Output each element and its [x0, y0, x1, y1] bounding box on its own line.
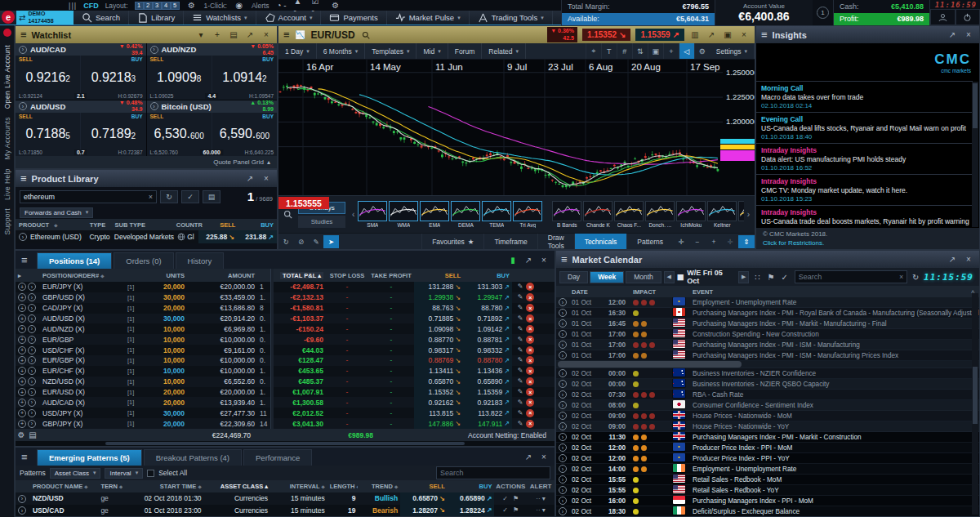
chevron-right-icon[interactable]: › — [559, 422, 567, 430]
chevron-right-icon[interactable]: › — [28, 325, 36, 333]
chevron-right-icon[interactable]: › — [559, 497, 567, 505]
flag-filter-icon[interactable]: ⚑ — [765, 271, 777, 283]
chevron-right-icon[interactable]: › — [559, 369, 567, 377]
layout-button-4[interactable]: 4 — [162, 2, 171, 10]
chevron-right-icon[interactable]: › — [150, 102, 158, 110]
cfd-mode-label[interactable]: CFD — [83, 2, 99, 10]
menu-item-payments[interactable]: Payments — [321, 11, 386, 25]
layout-button-2[interactable]: 2 — [144, 2, 153, 10]
layout-button-3[interactable]: 3 — [153, 2, 162, 10]
insight-item[interactable]: Morning CallMacro data takes over from t… — [756, 81, 973, 112]
horizontal-scrollbar[interactable] — [16, 441, 555, 446]
edit-icon[interactable]: ✎ — [518, 409, 523, 417]
buy-button[interactable]: 1.13436↗ — [463, 366, 512, 377]
patterns-label[interactable]: Patterns — [20, 469, 46, 477]
grid-icon[interactable]: # — [617, 43, 632, 59]
add-order-icon[interactable]: + — [18, 367, 26, 375]
sell-button[interactable]: 88.763↘ — [414, 303, 463, 314]
col-position[interactable]: POSITION/ORDER# ⬥ — [40, 272, 125, 279]
close-icon[interactable]: × — [261, 173, 272, 185]
close-icon[interactable]: × — [538, 254, 550, 265]
chevron-right-icon[interactable]: › — [559, 330, 567, 338]
buy-button[interactable]: BUY1.09142H:1.09547 — [212, 56, 277, 100]
chevron-right-icon[interactable]: › — [559, 507, 567, 515]
position-row-aud-cad-x-[interactable]: +›AUD/CAD (X)[1]20,000€13,939.401.€1,300… — [16, 397, 555, 408]
buy-button[interactable]: 0.65890↗ — [463, 377, 512, 387]
refresh-icon[interactable]: ↻ — [910, 271, 921, 283]
position-row-cad-jpy-x-[interactable]: +›CAD/JPY (X)[1]20,000€13,686.808-€1,580… — [16, 303, 555, 314]
indicator-lin[interactable]: Lin — [738, 201, 743, 228]
library-col-countr[interactable]: COUNTR — [173, 221, 201, 229]
calendar-event-row[interactable]: ›02 Oct11:30Purchasing Managers Index - … — [556, 432, 979, 443]
gear-icon[interactable]: ⚙ — [694, 43, 710, 59]
indicator-b-bands[interactable]: B Bands — [552, 201, 581, 228]
clear-search-icon[interactable]: × — [149, 193, 153, 201]
panel-menu-icon[interactable]: ≡ — [283, 29, 290, 41]
chart-toolbar-forum[interactable]: Forum — [448, 43, 483, 59]
annotate-icon[interactable]: + — [663, 43, 679, 59]
buy-button[interactable]: 0.88780↗ — [463, 355, 512, 366]
buy-button[interactable]: 0.98332↗ — [463, 345, 512, 355]
gear-icon[interactable]: ⚙ — [16, 430, 27, 441]
add-order-icon[interactable]: + — [18, 420, 26, 428]
asset-class-dropdown[interactable]: Asset Class▾ — [50, 468, 101, 479]
chevron-right-icon[interactable]: › — [559, 380, 567, 388]
buy-button[interactable]: 1.28224↗ — [448, 505, 495, 517]
edit-icon[interactable]: ✎ — [518, 356, 523, 364]
close-icon[interactable]: × — [738, 29, 750, 41]
col-buy[interactable]: BUY — [463, 269, 512, 282]
library-search-input[interactable]: ethereum × — [20, 190, 157, 203]
tab-performance[interactable]: Performance — [243, 449, 312, 466]
layers-icon[interactable]: ▣ — [648, 43, 663, 59]
buy-button[interactable]: 147.911↗ — [463, 418, 512, 429]
add-order-icon[interactable]: + — [18, 336, 26, 344]
stop-loss[interactable]: - — [326, 314, 368, 323]
chart-sell-price[interactable]: 1.15352↘ — [582, 29, 631, 41]
chevron-right-icon[interactable]: › — [559, 341, 567, 349]
calendar-event-row[interactable]: ›01 Oct17:00Purchasing Managers Index - … — [556, 340, 979, 350]
calendar-event-row[interactable]: ›01 Oct17:00Construction Spending - New … — [556, 329, 979, 340]
chevron-right-icon[interactable]: › — [28, 336, 36, 344]
chevron-right-icon[interactable]: › — [28, 314, 36, 323]
indicator-sma[interactable]: SMA — [358, 201, 387, 228]
add-order-icon[interactable]: + — [18, 283, 26, 291]
add-order-icon[interactable]: + — [18, 388, 26, 396]
calendar-search-input[interactable]: Search × — [795, 270, 907, 283]
sell-button[interactable]: 1.13411↘ — [414, 366, 463, 377]
patterns-search-input[interactable]: Search — [436, 466, 550, 479]
col-interval[interactable]: INTERVAL ⬥ — [270, 483, 327, 490]
calendar-event-row[interactable]: ›02 Oct15:55Retail Sales - Redbook - YoY — [556, 485, 979, 496]
chart-toolbar-6-months[interactable]: 6 Months ▾ — [317, 43, 365, 59]
scroll-left-icon[interactable]: ‹ — [350, 210, 356, 219]
tab-orders-0-[interactable]: Orders (0) — [114, 252, 173, 269]
col-buy[interactable]: BUY — [448, 480, 495, 492]
chevron-right-icon[interactable]: › — [28, 356, 36, 364]
chevron-right-icon[interactable]: › — [559, 351, 567, 359]
tab-emerging-patterns-5-[interactable]: Emerging Patterns (5) — [37, 449, 142, 466]
close-position-icon[interactable]: × — [526, 356, 534, 364]
zoom-out-icon[interactable]: − — [689, 235, 706, 248]
sell-button[interactable]: 113.815↘ — [414, 408, 463, 418]
sell-button[interactable]: 0.98317↘ — [414, 345, 463, 355]
close-icon[interactable]: × — [538, 451, 550, 462]
col-length[interactable]: LENGTH ⬥ — [327, 483, 359, 490]
col-start-time[interactable]: START TIME ⬥ — [122, 483, 203, 490]
chart-toolbar-1-day[interactable]: 1 Day ▾ — [278, 43, 317, 59]
search-icon[interactable] — [360, 29, 372, 41]
edit-icon[interactable]: ✎ — [518, 377, 523, 386]
menu-item-library[interactable]: Library — [129, 11, 184, 25]
stop-loss[interactable]: - — [326, 420, 368, 428]
chart-type-icon[interactable]: 📉 — [295, 29, 306, 41]
edit-icon[interactable]: ✎ — [518, 283, 523, 291]
close-position-icon[interactable]: × — [526, 314, 534, 323]
library-col-sell[interactable]: SELL — [201, 221, 239, 229]
chevron-right-icon[interactable]: › — [28, 409, 36, 417]
buy-button[interactable]: 0.71892↗ — [463, 314, 512, 324]
position-row-gbp-usd-x-[interactable]: +›GBP/USD (X)[1]30,000€33,459.001.-€2,13… — [16, 292, 555, 303]
interval-dropdown[interactable]: Interval▾ — [105, 468, 143, 479]
clear-icon[interactable]: ⊘ — [293, 235, 308, 248]
col-product-name[interactable]: PRODUCT NAME ⬥ — [30, 483, 98, 490]
signals-icon[interactable]: ▲ - — [294, 0, 305, 11]
sell-button[interactable]: SELL0.92162L:0.92124 — [16, 56, 80, 100]
calendar-event-row[interactable]: ›02 Oct00:00Business Inventories - NZIER… — [556, 368, 979, 379]
